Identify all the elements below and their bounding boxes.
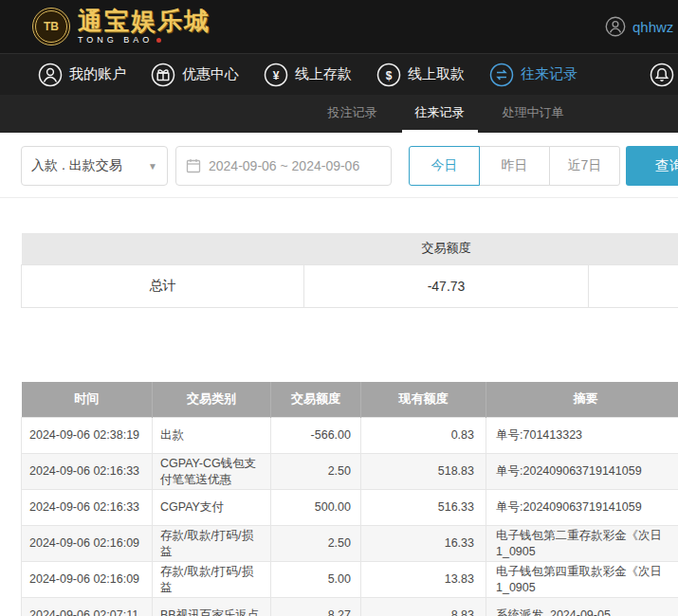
summary-table: 交易额度 总计 -47.73 (21, 233, 678, 308)
nav-label: 优惠中心 (182, 65, 239, 83)
nav-item-notifications[interactable] (650, 63, 678, 87)
user-icon (38, 63, 63, 87)
top-header: TB 通宝娱乐城 TONG BAO qhhwz (0, 0, 678, 53)
summary-header: 交易额度 (22, 233, 678, 264)
cell-time: 2024-09-06 02:16:09 (22, 526, 153, 562)
cell-amount: -566.00 (271, 418, 361, 454)
nav-item-promotions[interactable]: 优惠中心 (151, 63, 239, 87)
cell-amount: 2.50 (271, 526, 361, 562)
tab-bet-records[interactable]: 投注记录 (315, 95, 391, 133)
deposit-icon: ¥ (264, 63, 288, 87)
tab-transaction-records[interactable]: 往来记录 (402, 95, 478, 133)
tab-pending-orders[interactable]: 处理中订单 (489, 95, 577, 133)
col-header-balance: 现有额度 (361, 382, 486, 418)
table-row: 2024-09-06 02:38:19 出款 -566.00 0.83 单号:7… (22, 418, 678, 454)
main-nav: 我的账户 优惠中心 ¥ 线上存款 $ 线上取款 (0, 53, 678, 95)
yesterday-button[interactable]: 昨日 (479, 146, 550, 186)
table-row: 2024-09-06 02:16:09 存款/取款/打码/损益 5.00 13.… (22, 562, 678, 598)
logo-text: 通宝娱乐城 TONG BAO (78, 9, 211, 45)
logo[interactable]: TB 通宝娱乐城 TONG BAO (32, 8, 211, 45)
nav-item-my-account[interactable]: 我的账户 (38, 63, 126, 87)
summary-total-label: 总计 (22, 264, 304, 307)
account-user-icon (605, 16, 626, 37)
quick-date-buttons: 今日 昨日 近7日 (409, 146, 620, 186)
records-table-head: 时间 交易类别 交易额度 现有额度 摘要 (22, 382, 678, 418)
sub-nav: 投注记录 往来记录 处理中订单 (0, 95, 678, 133)
logo-title: 通宝娱乐城 (78, 9, 211, 33)
transaction-type-value: 入款 . 出款交易 (31, 157, 122, 174)
cell-balance: 0.83 (361, 418, 486, 454)
cell-type: BB视讯百家乐返点 (153, 598, 271, 616)
logo-red-dot (156, 38, 161, 43)
cell-time: 2024-09-06 02:38:19 (22, 418, 153, 454)
calendar-icon (186, 158, 201, 173)
search-button[interactable]: 查询 (626, 146, 678, 186)
cell-type: 出款 (153, 418, 271, 454)
cell-amount: 5.00 (271, 562, 361, 598)
nav-label: 我的账户 (69, 65, 126, 83)
cell-remark: 单号:202409063719141059 (486, 490, 678, 526)
logo-subtitle: TONG BAO (78, 35, 211, 45)
cell-type: 存款/取款/打码/损益 (153, 562, 271, 598)
cell-balance: 516.33 (361, 490, 486, 526)
content: 入款 . 出款交易 ▼ 2024-09-06 ~ 2024-09-06 今日 昨… (0, 133, 678, 616)
cell-remark: 电子钱包第二重存款彩金《次日1_0905 (486, 526, 678, 562)
nav-item-online-withdraw[interactable]: $ 线上取款 (376, 63, 465, 87)
cell-remark: 单号:701413323 (486, 418, 678, 454)
nav-item-online-deposit[interactable]: ¥ 线上存款 (264, 63, 352, 87)
col-header-type: 交易类别 (153, 382, 271, 418)
today-button[interactable]: 今日 (409, 146, 480, 186)
records-icon (489, 63, 514, 87)
cell-amount: 8.27 (271, 598, 361, 616)
account[interactable]: qhhwz (605, 0, 673, 53)
page: TB 通宝娱乐城 TONG BAO qhhwz 我的 (0, 0, 678, 616)
nav-label: 线上存款 (295, 65, 352, 83)
cell-balance: 518.83 (361, 454, 486, 490)
col-header-remark: 摘要 (486, 382, 678, 418)
nav-label: 线上取款 (408, 65, 465, 83)
summary-empty-cell (589, 264, 678, 307)
filter-bar: 入款 . 出款交易 ▼ 2024-09-06 ~ 2024-09-06 今日 昨… (0, 133, 678, 198)
col-header-amount: 交易额度 (271, 382, 361, 418)
tabs: 投注记录 往来记录 处理中订单 (0, 95, 678, 133)
chevron-down-icon: ▼ (148, 161, 157, 172)
summary-header-row: 交易额度 (22, 233, 678, 264)
cell-balance: 8.83 (361, 598, 486, 616)
bell-icon (650, 63, 674, 87)
summary-total-row: 总计 -47.73 (22, 264, 678, 307)
cell-remark: 电子钱包第四重取款彩金《次日1_0905 (486, 562, 678, 598)
cell-amount: 500.00 (271, 490, 361, 526)
svg-text:$: $ (386, 68, 393, 82)
cell-balance: 16.33 (361, 526, 486, 562)
last-7-days-button[interactable]: 近7日 (549, 146, 620, 186)
table-row: 2024-09-06 02:07:11 BB视讯百家乐返点 8.27 8.83 … (22, 598, 678, 616)
cell-amount: 2.50 (271, 454, 361, 490)
nav-label: 往来记录 (521, 65, 577, 83)
table-row: 2024-09-06 02:16:33 CGPAY支付 500.00 516.3… (22, 490, 678, 526)
records-table: 时间 交易类别 交易额度 现有额度 摘要 2024-09-06 02:38:19… (21, 382, 678, 616)
logo-coin-text: TB (44, 20, 59, 33)
cell-balance: 13.83 (361, 562, 486, 598)
cell-remark: 系统派发_2024-09-05 (486, 598, 678, 616)
transaction-type-select[interactable]: 入款 . 出款交易 ▼ (21, 146, 168, 186)
nav-item-transaction-records[interactable]: 往来记录 (489, 63, 577, 87)
col-header-time: 时间 (22, 382, 153, 418)
withdraw-icon: $ (376, 63, 401, 87)
logo-subtitle-text: TONG BAO (78, 35, 153, 45)
cell-remark: 单号:202409063719141059 (486, 454, 678, 490)
cell-type: 存款/取款/打码/损益 (153, 526, 271, 562)
cell-type: CGPAY支付 (153, 490, 271, 526)
cell-time: 2024-09-06 02:16:33 (22, 454, 153, 490)
date-range-input[interactable]: 2024-09-06 ~ 2024-09-06 (175, 146, 392, 186)
table-row: 2024-09-06 02:16:09 存款/取款/打码/损益 2.50 16.… (22, 526, 678, 562)
cell-type: CGPAY-CG钱包支付笔笔送优惠 (153, 454, 271, 490)
cell-time: 2024-09-06 02:07:11 (22, 598, 153, 616)
gift-icon (151, 63, 175, 87)
svg-text:¥: ¥ (273, 68, 280, 82)
cell-time: 2024-09-06 02:16:09 (22, 562, 153, 598)
table-row: 2024-09-06 02:16:33 CGPAY-CG钱包支付笔笔送优惠 2.… (22, 454, 678, 490)
date-range-value: 2024-09-06 ~ 2024-09-06 (209, 158, 359, 173)
cell-time: 2024-09-06 02:16:33 (22, 490, 153, 526)
username: qhhwz (632, 19, 673, 35)
logo-coin-icon: TB (32, 8, 70, 45)
